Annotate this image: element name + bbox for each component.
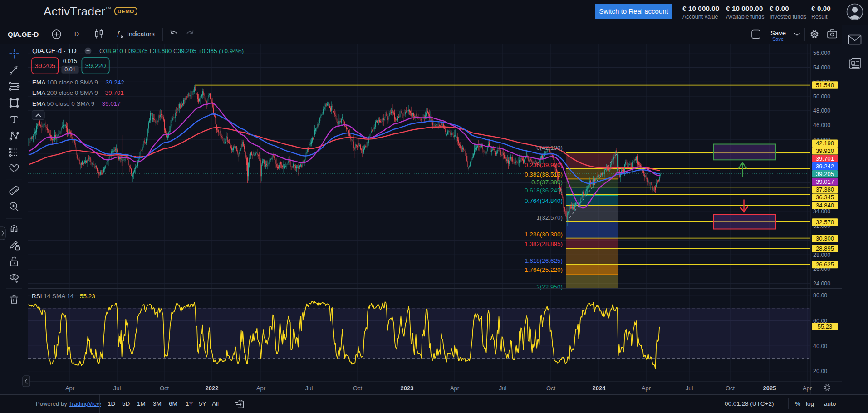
svg-text:39.242: 39.242 — [816, 163, 834, 170]
svg-text:Jul: Jul — [305, 385, 313, 392]
svg-text:34.840: 34.840 — [816, 202, 834, 209]
svg-text:EMA 100 close 0 SMA 9: EMA 100 close 0 SMA 9 — [32, 79, 98, 86]
svg-text:2(22.950): 2(22.950) — [536, 284, 563, 290]
svg-text:Oct: Oct — [353, 385, 363, 392]
svg-text:0.618(36.245): 0.618(36.245) — [525, 187, 563, 194]
svg-text:36.345: 36.345 — [816, 194, 834, 201]
svg-text:RSI 14 SMA 14: RSI 14 SMA 14 — [32, 293, 74, 300]
svg-text:54.000: 54.000 — [813, 64, 830, 71]
svg-text:2023: 2023 — [401, 385, 414, 392]
svg-text:EMA 50 close 0 SMA 9: EMA 50 close 0 SMA 9 — [32, 100, 94, 107]
svg-text:24.000: 24.000 — [813, 280, 830, 287]
svg-text:39.220: 39.220 — [85, 62, 106, 69]
svg-text:O38.910 H39.375 L38.680 C39.20: O38.910 H39.375 L38.680 C39.205 +0.365 (… — [99, 48, 244, 54]
svg-text:2024: 2024 — [593, 385, 606, 392]
svg-text:39.920: 39.920 — [816, 148, 834, 154]
svg-text:Jul: Jul — [686, 385, 693, 392]
svg-text:37.380: 37.380 — [816, 186, 834, 193]
svg-text:Apr: Apr — [642, 385, 651, 392]
svg-text:30.300: 30.300 — [816, 235, 834, 242]
svg-text:48.000: 48.000 — [813, 108, 830, 114]
svg-text:0.015: 0.015 — [63, 58, 77, 64]
svg-text:51.540: 51.540 — [816, 82, 834, 88]
svg-text:1.618(26.625): 1.618(26.625) — [525, 257, 563, 264]
svg-text:56.000: 56.000 — [813, 50, 830, 56]
svg-text:1.236(30.300): 1.236(30.300) — [525, 231, 563, 238]
svg-text:1.382(28.895): 1.382(28.895) — [525, 241, 563, 247]
svg-text:28.895: 28.895 — [816, 245, 834, 252]
svg-text:EMA 200 close 0 SMA 9: EMA 200 close 0 SMA 9 — [32, 89, 98, 96]
svg-text:QIA.GE-d · 1D: QIA.GE-d · 1D — [32, 47, 77, 54]
svg-text:2022: 2022 — [206, 385, 219, 392]
svg-text:1(32.570): 1(32.570) — [536, 214, 563, 221]
svg-text:2025: 2025 — [763, 385, 776, 392]
svg-text:39.701: 39.701 — [105, 89, 124, 96]
svg-text:Oct: Oct — [546, 385, 556, 392]
svg-text:39.701: 39.701 — [816, 155, 834, 162]
svg-text:Apr: Apr — [65, 385, 75, 392]
svg-text:39.017: 39.017 — [816, 178, 834, 185]
svg-text:0.5(37.380): 0.5(37.380) — [531, 179, 563, 186]
svg-text:Apr: Apr — [450, 385, 460, 392]
svg-text:0.382(38.515): 0.382(38.515) — [525, 171, 563, 178]
svg-text:Oct: Oct — [726, 385, 735, 392]
svg-text:0.01: 0.01 — [64, 66, 75, 73]
svg-text:55.23: 55.23 — [80, 293, 95, 300]
svg-text:Apr: Apr — [256, 385, 266, 392]
svg-text:39.205: 39.205 — [34, 62, 55, 69]
svg-text:32.570: 32.570 — [816, 219, 834, 226]
svg-text:39.205: 39.205 — [816, 171, 834, 177]
svg-text:0(42.190): 0(42.190) — [536, 144, 563, 151]
svg-text:0.764(34.840): 0.764(34.840) — [525, 197, 563, 204]
svg-text:1.764(25.220): 1.764(25.220) — [525, 266, 563, 273]
svg-text:Oct: Oct — [160, 385, 169, 392]
svg-text:42.190: 42.190 — [816, 140, 834, 147]
svg-text:39.017: 39.017 — [102, 100, 121, 107]
svg-text:40.00: 40.00 — [813, 343, 827, 349]
svg-text:50.000: 50.000 — [813, 93, 830, 100]
svg-text:20.00: 20.00 — [813, 368, 827, 374]
svg-text:28.000: 28.000 — [813, 252, 830, 258]
svg-text:26.625: 26.625 — [816, 261, 834, 268]
svg-text:0.236(39.920): 0.236(39.920) — [525, 162, 563, 168]
svg-text:80.00: 80.00 — [813, 292, 827, 299]
svg-text:34.000: 34.000 — [813, 208, 830, 215]
svg-text:Apr: Apr — [803, 385, 812, 392]
svg-text:f: f — [117, 30, 120, 39]
svg-text:46.000: 46.000 — [813, 122, 830, 128]
svg-text:Jul: Jul — [499, 385, 507, 392]
svg-text:39.242: 39.242 — [106, 79, 124, 86]
svg-text:Jul: Jul — [113, 385, 121, 392]
svg-text:55.23: 55.23 — [818, 323, 833, 330]
